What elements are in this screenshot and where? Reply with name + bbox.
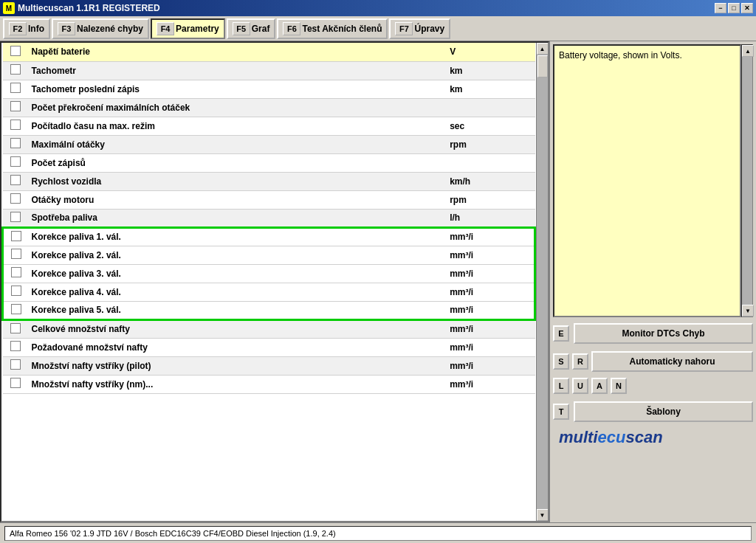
row-checkbox[interactable]	[10, 138, 21, 148]
row-checkbox[interactable]	[10, 46, 21, 56]
table-row: Tachometrkm	[3, 61, 535, 80]
tab-info-label: Info	[28, 24, 44, 34]
app-icon: M	[3, 2, 15, 14]
table-row: Korekce paliva 5. vál.mm³/i	[3, 301, 535, 319]
monitor-dtcs-button[interactable]: Monitor DTCs Chyb	[574, 323, 753, 344]
checkbox-cell	[3, 356, 29, 375]
checkbox-cell	[3, 246, 29, 264]
auto-up-button[interactable]: Automaticky nahoru	[591, 351, 753, 372]
param-name: Korekce paliva 1. vál.	[29, 227, 447, 246]
checkbox-cell	[3, 172, 29, 190]
row-checkbox[interactable]	[11, 231, 21, 241]
table-inner: Napětí baterieVTachometrkmTachometr posl…	[1, 43, 536, 521]
tab-upravy-label: Úpravy	[414, 24, 444, 34]
row-checkbox[interactable]	[10, 64, 21, 75]
param-name: Maximální otáčky	[29, 135, 447, 153]
checkbox-cell	[3, 338, 29, 356]
table-row: Tachometr poslední zápiskm	[3, 80, 535, 98]
info-scroll-down[interactable]: ▼	[742, 305, 754, 317]
scroll-thumb[interactable]	[537, 55, 548, 77]
sablony-key-btn[interactable]: T	[553, 404, 569, 420]
auto-key-s[interactable]: S	[553, 353, 569, 370]
scroll-track[interactable]	[537, 55, 549, 509]
param-name: Korekce paliva 2. vál.	[29, 246, 447, 264]
minimize-button[interactable]: −	[715, 3, 726, 13]
app-logo: multiecuscan	[559, 428, 663, 447]
param-name: Množství nafty vstříky (pilot)	[29, 356, 447, 375]
row-checkbox[interactable]	[11, 304, 21, 314]
tab-test-label: Test Akčních členů	[302, 24, 382, 34]
key-a-btn[interactable]: A	[591, 378, 608, 394]
param-name: Korekce paliva 5. vál.	[29, 301, 447, 319]
title-bar: M Multiecuscan 1.1R1 REGISTERED − □ ✕	[0, 0, 756, 16]
row-checkbox[interactable]	[10, 120, 21, 130]
row-checkbox[interactable]	[10, 83, 21, 93]
row-checkbox[interactable]	[10, 101, 21, 111]
param-table: Napětí baterieVTachometrkmTachometr posl…	[1, 43, 536, 394]
table-row: Korekce paliva 2. vál.mm³/i	[3, 246, 535, 264]
table-row: Celkové množství naftymm³/i	[3, 319, 535, 338]
row-checkbox[interactable]	[10, 175, 21, 185]
maximize-button[interactable]: □	[728, 3, 740, 13]
param-name: Počítadlo času na max. režim	[29, 117, 447, 135]
checkbox-cell	[3, 117, 29, 135]
key-l-btn[interactable]: L	[553, 378, 569, 394]
param-unit	[447, 98, 535, 117]
param-unit: mm³/i	[447, 246, 535, 264]
param-unit: rpm	[447, 190, 535, 209]
param-name: Počet zápisů	[29, 153, 447, 172]
tab-test[interactable]: F6 Test Akčních členů	[277, 18, 388, 39]
row-checkbox[interactable]	[10, 341, 21, 351]
row-checkbox[interactable]	[10, 156, 21, 167]
scroll-up-button[interactable]: ▲	[537, 43, 549, 55]
checkbox-cell	[3, 375, 29, 393]
info-text: Battery voltage, shown in Volts.	[559, 50, 682, 60]
scroll-down-button[interactable]: ▼	[537, 509, 549, 521]
checkbox-cell	[3, 301, 29, 319]
param-unit: mm³/i	[447, 319, 535, 338]
row-checkbox[interactable]	[10, 359, 21, 370]
table-row: Korekce paliva 1. vál.mm³/i	[3, 227, 535, 246]
tab-parametry[interactable]: F4 Parametry	[151, 18, 225, 39]
row-checkbox[interactable]	[10, 378, 21, 388]
param-name: Otáčky motoru	[29, 190, 447, 209]
param-unit: mm³/i	[447, 338, 535, 356]
tab-chyby-label: Nalezené chyby	[77, 24, 143, 34]
param-name: Množství nafty vstříky (nm)...	[29, 375, 447, 393]
checkbox-cell	[3, 153, 29, 172]
row-checkbox[interactable]	[10, 193, 21, 204]
tab-upravy[interactable]: F7 Úpravy	[389, 18, 450, 39]
checkbox-cell	[3, 283, 29, 301]
key-f6: F6	[283, 22, 300, 35]
row-checkbox[interactable]	[11, 267, 21, 277]
checkbox-cell	[3, 61, 29, 80]
row-checkbox[interactable]	[11, 249, 21, 259]
monitor-key-btn[interactable]: E	[553, 325, 569, 342]
param-name: Tachometr	[29, 61, 447, 80]
auto-key-r[interactable]: R	[572, 353, 588, 370]
param-name: Počet překročení maximálních otáček	[29, 98, 447, 117]
key-n-btn[interactable]: N	[611, 378, 627, 394]
table-row: Počítadlo času na max. režimsec	[3, 117, 535, 135]
param-unit: mm³/i	[447, 264, 535, 283]
sablony-button[interactable]: Šablony	[574, 401, 753, 422]
tab-graf[interactable]: F5 Graf	[227, 18, 276, 39]
row-checkbox[interactable]	[10, 212, 21, 222]
auto-btn-row: S R Automaticky nahoru	[553, 351, 753, 372]
row-checkbox[interactable]	[10, 323, 21, 333]
key-f7: F7	[395, 22, 413, 35]
checkbox-cell	[3, 227, 29, 246]
table-row: Počet překročení maximálních otáček	[3, 98, 535, 117]
tab-chyby[interactable]: F3 Nalezené chyby	[52, 18, 149, 39]
close-button[interactable]: ✕	[741, 3, 753, 13]
table-scrollbar[interactable]: ▲ ▼	[536, 43, 548, 521]
key-f4: F4	[157, 22, 174, 35]
table-row: Množství nafty vstříky (nm)...mm³/i	[3, 375, 535, 393]
window-controls: − □ ✕	[715, 3, 753, 13]
table-row: Požadované množství naftymm³/i	[3, 338, 535, 356]
info-scroll-up[interactable]: ▲	[742, 45, 754, 57]
checkbox-cell	[3, 98, 29, 117]
row-checkbox[interactable]	[11, 286, 21, 296]
tab-info[interactable]: F2 Info	[3, 18, 50, 39]
key-u-btn[interactable]: U	[572, 378, 588, 394]
